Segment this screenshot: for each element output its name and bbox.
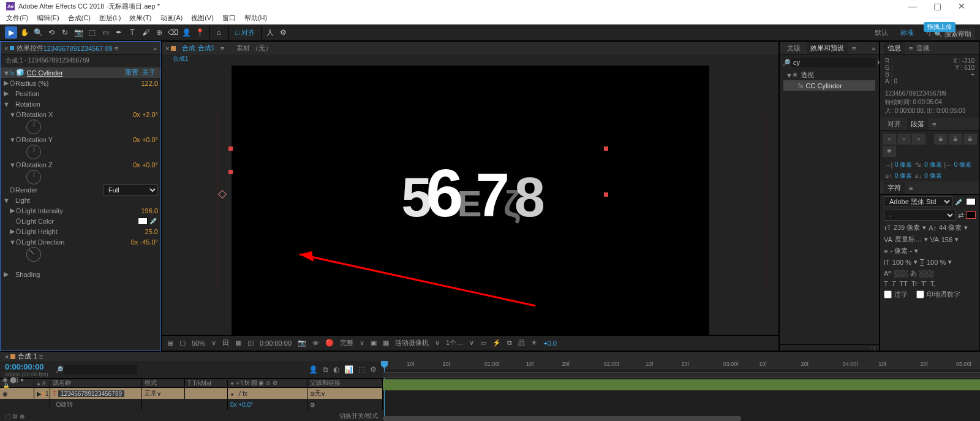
all-caps[interactable]: TT xyxy=(899,280,907,287)
menu-view[interactable]: 视图(V) xyxy=(191,13,214,23)
workspace-default[interactable]: 默认 xyxy=(875,28,888,37)
layer-name[interactable]: 123456789123456789 xyxy=(58,390,124,397)
rot-y-value[interactable]: 0x +0.0° xyxy=(133,136,158,143)
timeline-tab[interactable]: 合成 1 xyxy=(18,352,37,361)
camera-tool[interactable]: 📷 xyxy=(72,26,85,39)
zoom-tool[interactable]: 🔍 xyxy=(32,26,44,39)
faux-bold[interactable]: T xyxy=(884,280,888,287)
hand-tool[interactable]: ✋ xyxy=(18,26,31,39)
upload-badge[interactable]: 拖拽上传 xyxy=(924,22,956,32)
faux-italic[interactable]: T xyxy=(892,280,896,287)
close-button[interactable]: ✕ xyxy=(949,1,974,11)
menu-effect[interactable]: 效果(T) xyxy=(129,13,151,23)
rotation-y-dial[interactable] xyxy=(26,145,41,159)
rot-z-value[interactable]: 0x +0.0° xyxy=(133,161,158,169)
rotate-tool[interactable]: ↻ xyxy=(59,26,71,39)
character-tab[interactable]: 字符 xyxy=(884,182,905,194)
brush-tool[interactable]: 🖌 xyxy=(140,26,152,39)
property-row[interactable]: Ö 旋转 0x +0.0° ⊚ xyxy=(0,399,383,410)
justify-left[interactable]: ≣ xyxy=(934,134,948,145)
light-color-swatch[interactable] xyxy=(138,218,148,225)
comp-tab[interactable]: 合成 合成1 xyxy=(178,42,218,54)
timeline-search[interactable] xyxy=(64,365,137,374)
render-dropdown[interactable]: Full xyxy=(103,184,158,195)
menu-comp[interactable]: 合成(C) xyxy=(68,13,91,23)
roto-tool[interactable]: 👤 xyxy=(180,26,192,39)
light-intensity-value[interactable]: 196.0 xyxy=(141,207,158,214)
effect-controls-layer[interactable]: 1234567891234567 89 xyxy=(43,45,113,52)
selection-tool[interactable]: ▶ xyxy=(5,26,17,39)
roto-brush-icon[interactable]: 人 xyxy=(264,26,276,39)
footage-tab[interactable]: 素材 （无） xyxy=(236,44,272,53)
draft3d-icon[interactable]: ⬚ xyxy=(358,365,365,374)
small-caps[interactable]: Tr xyxy=(911,280,918,287)
justify-right[interactable]: ≣ xyxy=(963,134,977,145)
font-style-dropdown[interactable]: - xyxy=(884,210,956,221)
align-right[interactable]: ≡ xyxy=(912,134,925,145)
snap-toggle[interactable]: □ 对齐 xyxy=(235,28,255,37)
stopwatch-icon[interactable]: Ö xyxy=(9,80,15,87)
layer-bar[interactable] xyxy=(383,379,980,390)
menu-layer[interactable]: 图层(L) xyxy=(99,13,121,23)
twirl-icon[interactable]: ▼ xyxy=(3,69,9,77)
leading[interactable]: 44 像素 xyxy=(939,223,962,232)
minimize-button[interactable]: — xyxy=(900,1,925,11)
font-size[interactable]: 239 像素 xyxy=(894,223,920,232)
eyedropper-icon[interactable]: 💉 xyxy=(955,198,963,206)
puppet-tool[interactable]: 📍 xyxy=(194,26,206,39)
justify-all[interactable]: ≣ xyxy=(883,146,896,157)
reset-link[interactable]: 重置 xyxy=(125,68,138,77)
rotation-value[interactable]: 0x +0.0° xyxy=(228,399,307,410)
graph-icon[interactable]: 📊 xyxy=(344,365,353,374)
rot-x-value[interactable]: 0x +2.0° xyxy=(133,111,158,118)
subscript[interactable]: T, xyxy=(930,280,936,287)
zoom-scrollbar[interactable] xyxy=(383,416,741,421)
maximize-button[interactable]: ▢ xyxy=(925,1,949,11)
orbit-tool[interactable]: ⟲ xyxy=(45,26,58,39)
menu-help[interactable]: 帮助(H) xyxy=(244,13,267,23)
render-icon[interactable]: ⬚ ⚙ ⊕ xyxy=(5,413,24,420)
font-dropdown[interactable]: Adobe 黑体 Std xyxy=(884,196,952,207)
clone-tool[interactable]: ⊕ xyxy=(153,26,165,39)
info-tab[interactable]: 信息 xyxy=(884,42,905,54)
align-center[interactable]: ≡ xyxy=(897,134,911,145)
refine-icon[interactable]: ⚙ xyxy=(277,26,290,39)
timeline-ruler[interactable]: 10f20f 01:00f10f 20f02:00f 10f20f 03:00f… xyxy=(383,361,980,421)
switches-icon[interactable]: ⚙ xyxy=(370,365,377,374)
menu-anim[interactable]: 动画(A) xyxy=(160,13,183,23)
hindi-checkbox[interactable] xyxy=(916,290,924,298)
align-tab[interactable]: 对齐 xyxy=(884,118,905,130)
align-left[interactable]: ≡ xyxy=(883,134,896,145)
motion-blur-icon[interactable]: ◐ xyxy=(333,365,339,374)
light-dir-value[interactable]: 0x -45.0° xyxy=(131,238,158,246)
layer-row[interactable]: ◉ ▶ ▮ 1 T 123456789123456789 正常 ∨ ⬥ / fx… xyxy=(0,388,383,399)
current-time[interactable]: 0:00:00:00 xyxy=(5,362,50,371)
light-height-value[interactable]: 25.0 xyxy=(145,228,158,235)
home-icon[interactable]: ⌂ xyxy=(213,26,225,39)
rotation-z-dial[interactable] xyxy=(26,170,41,184)
swap-icon[interactable]: ⇄ xyxy=(958,211,963,219)
eraser-tool[interactable]: ⌫ xyxy=(167,26,179,39)
type-tool[interactable]: T xyxy=(126,26,138,39)
about-link[interactable]: 关于 xyxy=(142,68,156,77)
effect-controls-tab[interactable]: 效果控件 xyxy=(14,44,43,53)
effects-presets-tab[interactable]: 效果和预设 xyxy=(807,42,848,54)
ligatures-checkbox[interactable] xyxy=(884,290,892,298)
menu-file[interactable]: 文件(F) xyxy=(6,13,28,23)
workspace-standard[interactable]: 标准 xyxy=(900,28,914,37)
frame-blend-icon[interactable]: ⧉ xyxy=(323,365,328,374)
pen-tool[interactable]: ✒ xyxy=(113,26,125,39)
superscript[interactable]: T' xyxy=(921,280,927,287)
tracking[interactable]: 156 xyxy=(941,236,952,243)
comp-subtab[interactable]: 合成1 xyxy=(162,55,778,65)
effect-name[interactable]: CC Cylinder xyxy=(27,69,125,77)
radius-value[interactable]: 122.0 xyxy=(141,80,158,87)
paragraph-tab[interactable]: 段落 xyxy=(907,118,928,130)
menu-edit[interactable]: 编辑(E) xyxy=(37,13,59,23)
rotation-x-dial[interactable] xyxy=(26,119,41,134)
viewer[interactable]: 56E7ζ8 xyxy=(162,66,778,335)
stroke-color[interactable] xyxy=(966,211,976,219)
toggle-switches[interactable]: 切换开关/模式 xyxy=(339,412,378,420)
justify-center[interactable]: ≣ xyxy=(949,134,962,145)
effects-search-input[interactable] xyxy=(791,58,876,67)
